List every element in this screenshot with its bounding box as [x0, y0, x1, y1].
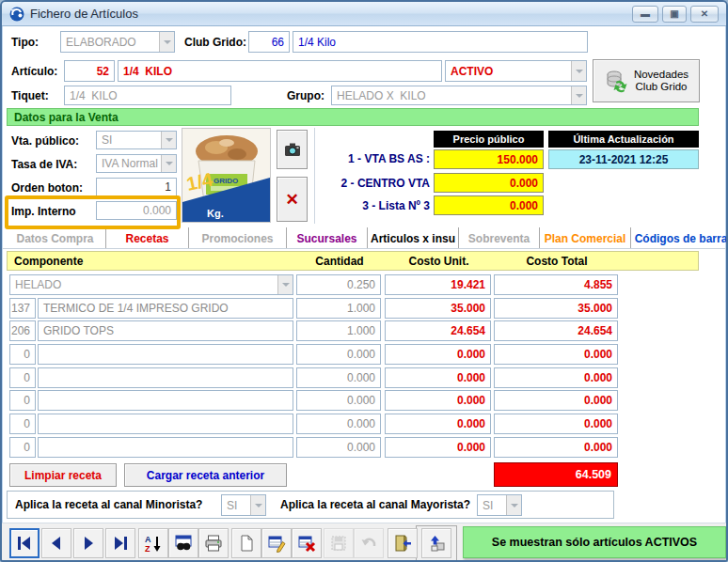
- minorista-select[interactable]: SI: [221, 494, 266, 516]
- last-record-button[interactable]: [105, 528, 135, 558]
- orden-boton-field[interactable]: 1: [96, 178, 177, 196]
- tasa-iva-label: Tasa de IVA:: [11, 158, 77, 171]
- chevron-down-icon: [250, 495, 265, 515]
- tab-recetas[interactable]: Recetas: [106, 227, 189, 249]
- chevron-down-icon: [161, 155, 176, 172]
- search-button[interactable]: [168, 528, 198, 558]
- price-row-2-label: 2 - CENTRO VTA: [322, 177, 430, 190]
- quantity-field[interactable]: 1.000: [296, 320, 381, 341]
- new-record-button[interactable]: [231, 528, 261, 558]
- component-field[interactable]: TERMICO DE 1/4 IMPRESO GRIDO: [38, 298, 293, 319]
- tab-datos-compra[interactable]: Datos Compra: [5, 227, 106, 249]
- quantity-field[interactable]: 0.250: [296, 274, 381, 295]
- imp-interno-field[interactable]: 0.000: [96, 201, 177, 220]
- total-cost-field[interactable]: 35.000: [494, 298, 618, 319]
- photo-delete-button[interactable]: ✕: [277, 177, 308, 222]
- component-code-field[interactable]: 0: [9, 414, 36, 434]
- quantity-field[interactable]: 1.000: [296, 298, 381, 319]
- quantity-field[interactable]: 0.000: [296, 344, 381, 365]
- tasa-iva-select[interactable]: IVA Normal: [96, 154, 177, 173]
- total-cost-field[interactable]: 0.000: [494, 414, 618, 434]
- component-field[interactable]: [38, 414, 293, 434]
- quantity-field[interactable]: 0.000: [296, 414, 381, 434]
- component-code-field[interactable]: 137: [9, 298, 36, 319]
- delete-record-button[interactable]: [292, 528, 322, 558]
- price-row-3-value[interactable]: 0.000: [434, 195, 544, 215]
- tiquet-field[interactable]: 1/4 KILO: [64, 86, 231, 105]
- print-button[interactable]: [198, 528, 229, 558]
- unit-cost-field[interactable]: 24.654: [385, 320, 491, 341]
- tiquet-label: Tiquet:: [11, 89, 49, 102]
- photo-capture-button[interactable]: [277, 130, 308, 169]
- quantity-field[interactable]: 0.000: [296, 367, 381, 388]
- total-cost-field[interactable]: 0.000: [494, 390, 618, 411]
- unit-cost-field[interactable]: 0.000: [385, 437, 491, 458]
- unit-cost-field[interactable]: 0.000: [385, 367, 491, 388]
- unit-cost-field[interactable]: 35.000: [385, 298, 491, 319]
- club-grido-code-field[interactable]: 66: [248, 31, 290, 53]
- edit-record-button[interactable]: [261, 528, 292, 558]
- venta-section-header: Datos para la Venta: [7, 108, 699, 126]
- tab-c-digos-de-barra[interactable]: Códigos de barra: [631, 227, 728, 249]
- unit-cost-field[interactable]: 0.000: [385, 414, 491, 434]
- componente-header: Componente: [14, 255, 83, 268]
- vta-publico-select[interactable]: SI: [96, 131, 177, 149]
- close-button[interactable]: ✕: [690, 6, 719, 23]
- tab-sucursales[interactable]: Sucursales: [287, 227, 368, 249]
- articulo-code-field[interactable]: 52: [64, 60, 115, 82]
- limpiar-receta-button[interactable]: Limpiar receta: [9, 463, 117, 487]
- total-cost-field[interactable]: 4.855: [494, 274, 618, 295]
- tipo-select[interactable]: ELABORADO: [60, 31, 175, 53]
- tab-plan-comercial[interactable]: Plan Comercial: [540, 227, 631, 249]
- total-cost-field[interactable]: 24.654: [494, 320, 618, 341]
- component-code-field[interactable]: 0: [9, 367, 36, 388]
- component-field[interactable]: [38, 390, 293, 411]
- component-code-field[interactable]: 0: [9, 390, 36, 411]
- total-cost-field[interactable]: 0.000: [494, 367, 618, 388]
- mayorista-select[interactable]: SI: [477, 494, 522, 516]
- component-code-field[interactable]: 206: [9, 320, 36, 341]
- imp-interno-label: Imp. Interno: [11, 205, 76, 218]
- camera-icon: [283, 140, 302, 159]
- minimize-button[interactable]: ▬: [632, 6, 658, 23]
- total-cost-field[interactable]: 0.000: [494, 437, 618, 458]
- svg-text:Z: Z: [145, 544, 150, 553]
- articulo-name-field[interactable]: 1/4 KILO: [118, 60, 442, 82]
- price-row-1-value[interactable]: 150.000: [434, 149, 544, 169]
- transfer-button[interactable]: [421, 528, 451, 558]
- cargar-receta-anterior-button[interactable]: Cargar receta anterior: [124, 463, 287, 487]
- component-field[interactable]: [38, 344, 293, 365]
- undo-icon: [359, 534, 378, 553]
- new-record-icon: [237, 534, 256, 553]
- exit-button[interactable]: [388, 528, 418, 558]
- component-select[interactable]: HELADO: [9, 274, 293, 295]
- component-field[interactable]: [38, 437, 293, 458]
- grupo-select[interactable]: HELADO X KILO: [331, 86, 587, 105]
- first-record-button[interactable]: [9, 528, 40, 558]
- club-grido-name-field[interactable]: 1/4 Kilo: [293, 31, 588, 53]
- price-row-2-value[interactable]: 0.000: [434, 173, 544, 193]
- total-cost-field[interactable]: 0.000: [494, 344, 618, 365]
- maximize-button[interactable]: ▣: [662, 6, 687, 23]
- svg-text:A: A: [145, 535, 151, 544]
- component-field[interactable]: [38, 367, 293, 388]
- sort-button[interactable]: AZ: [138, 528, 168, 558]
- save-record-button: [324, 528, 354, 558]
- previous-record-button[interactable]: [41, 528, 71, 558]
- unit-cost-field[interactable]: 19.421: [385, 274, 491, 295]
- tab-articulos-x-insu[interactable]: Articulos x insu: [368, 227, 459, 249]
- tab-promociones[interactable]: Promociones: [189, 227, 287, 249]
- component-code-field[interactable]: 0: [9, 437, 36, 458]
- app-icon: [9, 7, 24, 22]
- quantity-field[interactable]: 0.000: [296, 437, 381, 458]
- tab-sobreventa[interactable]: Sobreventa: [459, 227, 540, 249]
- svg-text:GRIDO: GRIDO: [214, 177, 238, 185]
- unit-cost-field[interactable]: 0.000: [385, 344, 491, 365]
- quantity-field[interactable]: 0.000: [296, 390, 381, 411]
- unit-cost-field[interactable]: 0.000: [385, 390, 491, 411]
- status-select[interactable]: ACTIVO: [445, 60, 587, 82]
- component-field[interactable]: GRIDO TOPS: [38, 320, 293, 341]
- component-code-field[interactable]: 0: [9, 344, 36, 365]
- next-record-button[interactable]: [73, 528, 103, 558]
- novedades-club-grido-button[interactable]: Novedades Club Grido: [593, 59, 700, 102]
